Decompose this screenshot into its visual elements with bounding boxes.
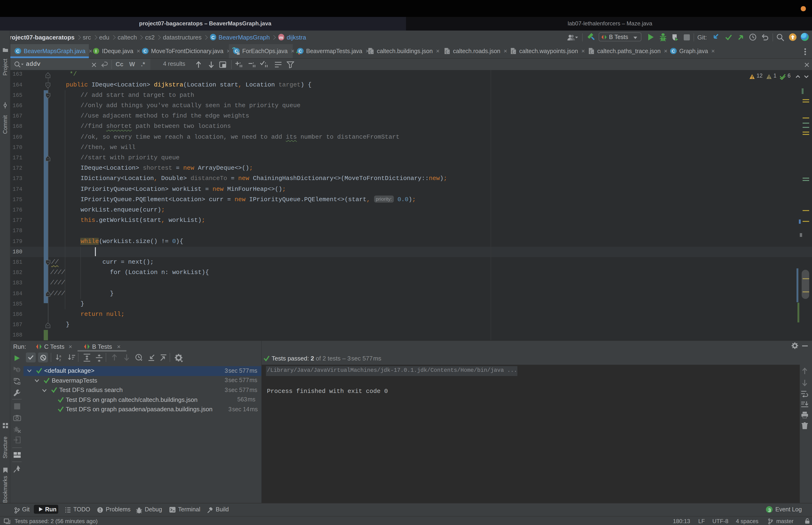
svg-text:{..}: {..} — [511, 50, 517, 54]
svg-text:{..}: {..} — [369, 50, 374, 54]
svg-text:{..}: {..} — [445, 50, 450, 54]
svg-text:{..}: {..} — [589, 50, 594, 54]
svg-text:a: a — [59, 354, 61, 358]
svg-text:9: 9 — [17, 368, 19, 373]
svg-text:z: z — [59, 358, 61, 361]
